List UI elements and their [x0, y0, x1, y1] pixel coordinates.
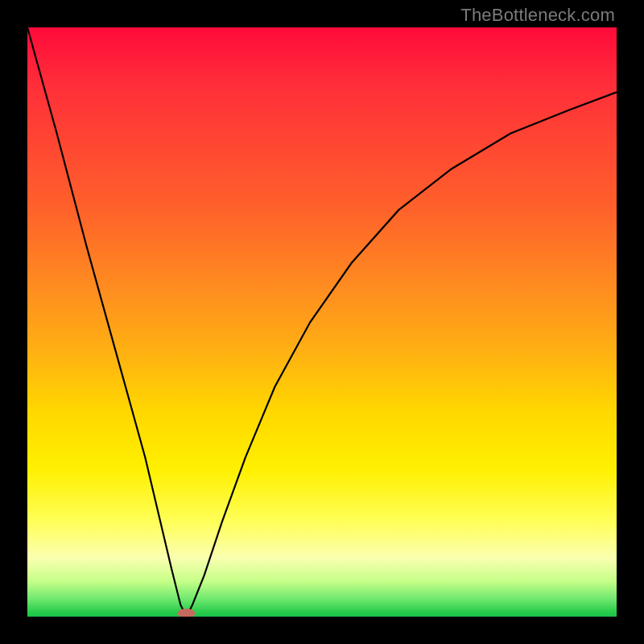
chart-container: TheBottleneck.com	[0, 0, 644, 644]
plot-area	[27, 27, 617, 617]
left-branch-line	[27, 27, 187, 617]
right-branch-line	[187, 93, 617, 617]
watermark-text: TheBottleneck.com	[460, 5, 615, 26]
curve-layer	[27, 27, 617, 617]
min-point-marker	[178, 609, 196, 617]
